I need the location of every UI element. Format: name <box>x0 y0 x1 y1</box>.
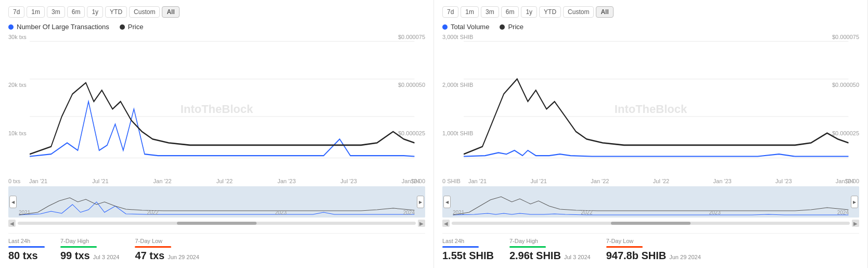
btn-all-2[interactable]: All <box>596 6 613 18</box>
stat-line-blue-1 <box>8 246 45 248</box>
btn-1y-2[interactable]: 1y <box>521 6 537 18</box>
mini-chart-2[interactable]: ◀ ▶ 2021 2022 2023 2024 <box>442 186 859 218</box>
scroll-bar-1: ◀ ▶ <box>8 219 425 228</box>
btn-6m-1[interactable]: 6m <box>67 6 85 18</box>
scroll-thumb-1 <box>177 222 257 225</box>
x-jul22-2: Jul '22 <box>653 178 669 184</box>
x-axis-1: Jan '21 Jul '21 Jan '22 Jul '22 Jan '23 … <box>29 178 420 184</box>
stat-value-high-2: 2.96t SHIB <box>509 250 561 262</box>
stat-sub-low-1: Jun 29 2024 <box>168 254 199 260</box>
btn-1m-1[interactable]: 1m <box>27 6 45 18</box>
btn-custom-1[interactable]: Custom <box>129 6 160 18</box>
btn-all-1[interactable]: All <box>162 6 179 18</box>
x-jan23-1: Jan '23 <box>277 178 296 184</box>
x-jul21-1: Jul '21 <box>92 178 108 184</box>
stat-label-low-1: 7-Day Low <box>135 238 199 244</box>
btn-7d-1[interactable]: 7d <box>8 6 24 18</box>
scroll-track-2[interactable] <box>452 222 850 225</box>
btn-ytd-2[interactable]: YTD <box>539 6 561 18</box>
stat-value-low-2: 947.8b SHIB <box>606 250 667 262</box>
legend-dot-black-2 <box>500 24 505 30</box>
main-chart-svg-2 <box>442 34 859 184</box>
btn-7d-2[interactable]: 7d <box>442 6 458 18</box>
svg-rect-4 <box>8 186 425 218</box>
stat-last24h-1: Last 24h 80 txs <box>8 238 45 262</box>
scroll-arrow-right-1[interactable]: ▶ <box>418 220 425 227</box>
btn-1y-1[interactable]: 1y <box>87 6 103 18</box>
stat-value-low-1: 47 txs <box>135 250 164 262</box>
stat-line-blue-2 <box>442 246 479 248</box>
x-jan21-2: Jan '21 <box>468 178 487 184</box>
stat-7d-low-2: 7-Day Low 947.8b SHIB Jun 29 2024 <box>606 238 701 262</box>
main-chart-svg-1 <box>8 34 425 184</box>
stat-sub-high-1: Jul 3 2024 <box>93 254 120 260</box>
stats-row-2: Last 24h 1.55t SHIB 7-Day High 2.96t SHI… <box>442 233 859 262</box>
legend-label-volume: Total Volume <box>451 23 489 31</box>
legend-dot-blue-1 <box>8 24 14 30</box>
time-buttons-1: 7d 1m 3m 6m 1y YTD Custom All <box>8 6 425 18</box>
chart-area-1: IntoTheBlock 30k txs 20k txs 10k txs 0 t… <box>8 34 425 184</box>
mini-chart-svg-1 <box>8 186 425 218</box>
legend-1: Number Of Large Transactions Price <box>8 23 425 31</box>
x-jan21-1: Jan '21 <box>29 178 47 184</box>
x-axis-2: Jan '21 Jul '21 Jan '22 Jul '22 Jan '23 … <box>468 178 854 184</box>
stat-line-red-2 <box>606 246 643 248</box>
stat-7d-high-1: 7-Day High 99 txs Jul 3 2024 <box>60 238 119 262</box>
btn-3m-2[interactable]: 3m <box>481 6 499 18</box>
stat-label-high-1: 7-Day High <box>60 238 119 244</box>
svg-rect-9 <box>442 186 859 218</box>
stat-line-green-1 <box>60 246 97 248</box>
stat-7d-low-1: 7-Day Low 47 txs Jun 29 2024 <box>135 238 199 262</box>
legend-item-price-1: Price <box>120 23 144 31</box>
btn-6m-2[interactable]: 6m <box>501 6 519 18</box>
scroll-handle-right-1[interactable]: ▶ <box>417 196 424 208</box>
btn-1m-2[interactable]: 1m <box>461 6 479 18</box>
scroll-arrow-left-2[interactable]: ◀ <box>442 220 450 227</box>
stat-last24h-2: Last 24h 1.55t SHIB <box>442 238 494 262</box>
x-jul21-2: Jul '21 <box>530 178 546 184</box>
chart-area-2: IntoTheBlock 3,000t SHIB 2,000t SHIB 1,0… <box>442 34 859 184</box>
stats-row-1: Last 24h 80 txs 7-Day High 99 txs Jul 3 … <box>8 233 425 262</box>
legend-dot-blue-2 <box>442 24 448 30</box>
btn-ytd-1[interactable]: YTD <box>105 6 127 18</box>
stat-value-24h-2: 1.55t SHIB <box>442 250 494 262</box>
legend-item-volume: Total Volume <box>442 23 489 31</box>
scroll-bar-2: ◀ ▶ <box>442 219 859 228</box>
mini-chart-svg-2 <box>442 186 859 218</box>
btn-3m-1[interactable]: 3m <box>47 6 65 18</box>
mini-chart-1[interactable]: ◀ ▶ 2021 2022 2023 2024 <box>8 186 425 218</box>
scroll-thumb-2 <box>611 222 691 225</box>
x-jul22-1: Jul '22 <box>216 178 233 184</box>
scroll-arrow-right-2[interactable]: ▶ <box>852 220 859 227</box>
legend-item-price-2: Price <box>500 23 524 31</box>
stat-sub-high-2: Jul 3 2024 <box>564 254 591 260</box>
legend-dot-black-1 <box>120 24 125 30</box>
panel-large-transactions: 7d 1m 3m 6m 1y YTD Custom All Number Of … <box>0 0 434 268</box>
x-jul23-1: Jul '23 <box>340 178 356 184</box>
legend-item-transactions: Number Of Large Transactions <box>8 23 109 31</box>
x-jan24-2: Jan '24 <box>836 178 854 184</box>
stat-label-low-2: 7-Day Low <box>606 238 701 244</box>
time-buttons-2: 7d 1m 3m 6m 1y YTD Custom All <box>442 6 859 18</box>
panel-total-volume: 7d 1m 3m 6m 1y YTD Custom All Total Volu… <box>434 0 868 268</box>
scroll-arrow-left-1[interactable]: ◀ <box>8 220 16 227</box>
scroll-handle-right-2[interactable]: ▶ <box>851 196 858 208</box>
legend-2: Total Volume Price <box>442 23 859 31</box>
btn-custom-2[interactable]: Custom <box>563 6 594 18</box>
stat-sub-low-2: Jun 29 2024 <box>669 254 701 260</box>
stat-line-green-2 <box>509 246 546 248</box>
stat-7d-high-2: 7-Day High 2.96t SHIB Jul 3 2024 <box>509 238 591 262</box>
x-jan23-2: Jan '23 <box>713 178 732 184</box>
x-jan22-2: Jan '22 <box>591 178 609 184</box>
stat-value-high-1: 99 txs <box>60 250 90 262</box>
legend-label-price-2: Price <box>508 23 524 31</box>
legend-label-transactions: Number Of Large Transactions <box>17 23 109 31</box>
stat-label-24h-1: Last 24h <box>8 238 45 244</box>
x-jan24-1: Jan '24 <box>402 178 420 184</box>
scroll-handle-left-2[interactable]: ◀ <box>443 196 451 208</box>
stat-value-24h-1: 80 txs <box>8 250 45 262</box>
scroll-handle-left-1[interactable]: ◀ <box>9 196 17 208</box>
x-jan22-1: Jan '22 <box>154 178 172 184</box>
stat-line-red-1 <box>135 246 171 248</box>
scroll-track-1[interactable] <box>18 222 416 225</box>
